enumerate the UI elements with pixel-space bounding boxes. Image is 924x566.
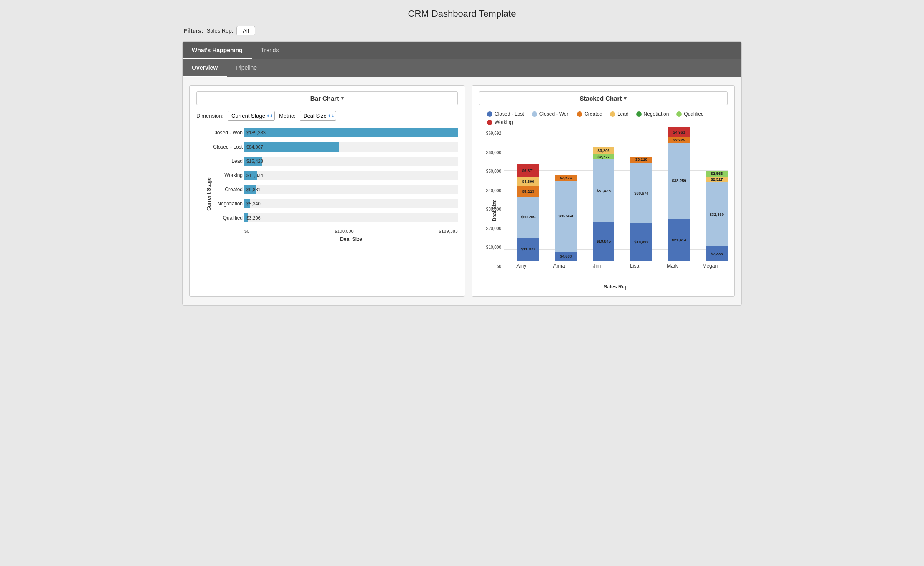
metric-select-wrapper[interactable]: Deal Size [300,111,336,121]
segment-label: $2,925 [673,138,685,142]
bar-value: $15,428 [246,159,263,164]
segment-label: $19,845 [597,239,611,243]
segment-label: $2,623 [560,176,572,180]
bar-chart-panel: Bar Chart ▾ Dimension: Current Stage Met… [189,85,465,297]
content-area: Bar Chart ▾ Dimension: Current Stage Met… [183,77,741,305]
bar-track: $9,881 [244,185,458,194]
bar-row-label: Lead [198,158,243,164]
stacked-column: $18,992$30,674$3,218Lisa [617,157,652,269]
main-panel: What's Happening Trends Overview Pipelin… [182,41,742,306]
segment-label: $32,360 [710,212,724,217]
bar-value: $11,334 [246,173,263,178]
bar-track: $15,428 [244,157,458,166]
stacked-segment: $11,877 [517,238,539,261]
stacked-segment: $5,223 [517,186,539,197]
stacked-segment: $2,777 [593,154,614,159]
segment-label: $3,206 [597,149,609,153]
bar-chart-title: Bar Chart [310,95,339,102]
stacked-segment: $2,563 [706,171,728,177]
y-tick: $30,000 [486,207,501,212]
stacked-column-bars: $7,335$32,360$2,527$2,563 [706,171,728,261]
bar-track: $84,067 [244,142,458,152]
stacked-column: $7,335$32,360$2,527$2,563Megan [693,171,728,269]
main-tab-bar: What's Happening Trends [183,42,741,59]
legend-item: Lead [610,111,629,117]
bar-fill: $9,881 [244,185,256,194]
y-tick: $0 [497,264,501,269]
segment-label: $21,414 [672,238,686,242]
tab-trends[interactable]: Trends [252,42,288,59]
segment-label: $20,705 [521,215,535,219]
bar-fill: $5,340 [244,199,250,208]
dimension-row: Dimension: Current Stage Metric: Deal Si… [196,111,458,121]
segment-label: $2,777 [597,155,609,159]
bar-row: Lead$15,428 [244,156,458,167]
dimension-select[interactable]: Current Stage [228,111,275,121]
legend-label: Closed - Lost [495,111,524,117]
stacked-column: $19,845$31,426$2,777$3,206Jim [579,147,614,269]
legend-dot [636,111,642,117]
stacked-chart-title: Stacked Chart [580,95,622,102]
segment-label: $30,674 [634,191,648,195]
stacked-segment: $21,414 [668,219,690,261]
legend-dot [487,111,492,117]
stacked-segment: $7,335 [706,246,728,261]
bar-row-label: Closed - Lost [198,144,243,150]
stacked-column-bars: $19,845$31,426$2,777$3,206 [593,147,614,261]
bar-row: Created$9,881 [244,184,458,195]
legend-label: Working [495,119,513,125]
segment-label: $31,426 [597,189,611,193]
column-name: Megan [702,263,718,269]
salesrep-filter-btn[interactable]: All [236,26,255,35]
x-tick-2: $189,383 [439,229,458,234]
y-tick: $60,000 [486,150,501,155]
bar-fill: $84,067 [244,142,339,152]
column-name: Anna [553,263,565,269]
sub-tab-bar: Overview Pipeline [183,59,741,77]
y-tick: $50,000 [486,169,501,174]
segment-label: $38,259 [672,179,686,183]
x-tick-1: $100,000 [335,229,354,234]
bar-value: $5,340 [246,201,261,206]
stacked-y-ticks: $69,692$60,000$50,000$40,000$30,000$20,0… [479,131,503,269]
bar-row: Working$11,334 [244,170,458,181]
bar-row: Negotiation$5,340 [244,198,458,209]
dimension-select-wrapper[interactable]: Current Stage [228,111,275,121]
legend-label: Qualified [684,111,703,117]
legend-item: Negotiation [636,111,669,117]
metric-select[interactable]: Deal Size [300,111,336,121]
x-tick-0: $0 [244,229,249,234]
page-title: CRM Dashboard Template [182,8,742,19]
salesrep-label: Sales Rep: [207,28,234,34]
segment-label: $4,606 [522,179,534,184]
stacked-chart-panel: Stacked Chart ▾ Closed - LostClosed - Wo… [472,85,735,297]
segment-label: $11,877 [521,247,535,251]
stacked-legend: Closed - LostClosed - WonCreatedLeadNego… [479,111,728,125]
stacked-segment: $2,623 [555,175,577,181]
stacked-segment: $4,606 [517,177,539,186]
legend-dot [676,111,682,117]
segment-label: $35,959 [558,214,573,218]
bar-chart-x-axis-label: Deal Size [244,236,458,242]
stacked-segment: $3,218 [630,157,652,163]
stacked-column: $4,603$35,959$2,623Anna [541,175,576,269]
tab-whats-happening[interactable]: What's Happening [183,42,252,59]
tab-overview[interactable]: Overview [183,59,227,77]
segment-label: $18,992 [634,240,648,244]
bar-value: $9,881 [246,187,261,192]
y-tick: $69,692 [486,131,501,136]
stacked-chart-header[interactable]: Stacked Chart ▾ [479,91,728,105]
stacked-segment: $4,963 [668,127,690,137]
legend-dot [532,111,537,117]
bar-fill: $11,334 [244,171,257,180]
bar-track: $3,206 [244,213,458,222]
bar-row: Qualified$3,206 [244,212,458,223]
stacked-segment: $4,603 [555,252,577,261]
tab-pipeline[interactable]: Pipeline [227,59,266,77]
bar-fill: $3,206 [244,213,248,222]
bar-value: $189,383 [246,130,266,135]
bar-chart-header[interactable]: Bar Chart ▾ [196,91,458,105]
segment-label: $3,218 [635,157,647,162]
legend-item: Qualified [676,111,703,117]
stacked-segment: $30,674 [630,163,652,223]
